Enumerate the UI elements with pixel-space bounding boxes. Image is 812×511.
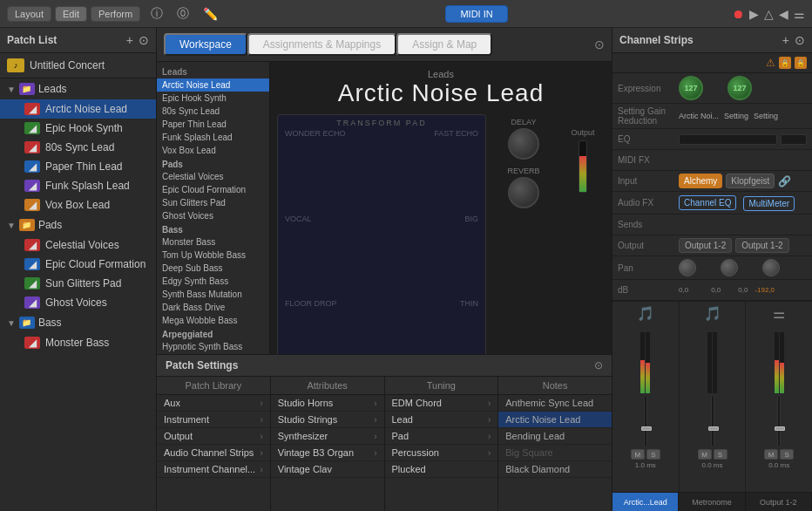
play-button[interactable]: ▶ (749, 7, 759, 21)
ps-item-output[interactable]: Output › (157, 428, 270, 445)
patch-item-monster-bass[interactable]: ◢ Monster Bass (0, 333, 156, 352)
cs-menu-button[interactable]: ⊙ (795, 33, 805, 47)
workspace-tabs-arrow[interactable]: ⊙ (594, 37, 605, 51)
cs-add-button[interactable]: + (782, 33, 789, 47)
patch-item-sun-glitters-pad[interactable]: ◢ Sun Glitters Pad (0, 274, 156, 293)
cs-pan-knob-2[interactable] (721, 259, 738, 276)
fader-2-m-button[interactable]: M (698, 449, 712, 460)
inner-item-synth-bass-mut[interactable]: Synth Bass Mutation (157, 288, 269, 301)
ps-item-studio-strings[interactable]: Studio Strings › (271, 412, 384, 428)
patch-item-arctic-noise-lead[interactable]: ◢ Arctic Noise Lead (0, 99, 156, 119)
inner-item-80s[interactable]: 80s Sync Lead (157, 105, 269, 118)
edit-menu[interactable]: Edit (55, 6, 87, 22)
inner-item-monster[interactable]: Monster Bass (157, 235, 269, 249)
bl-item-arctic[interactable]: Arctic...Lead (612, 493, 679, 511)
cs-knob-1[interactable]: 127 (679, 76, 703, 100)
bl-item-output[interactable]: Output 1-2 (746, 493, 812, 511)
transform-pad[interactable]: TRANSFORM PAD WONDER ECHO FAST ECHO VOCA… (277, 114, 486, 354)
fader-1[interactable] (644, 395, 647, 447)
inner-item-tom-up[interactable]: Tom Up Wobble Bass (157, 249, 269, 262)
patch-item-80s-sync-lead[interactable]: ◢ 80s Sync Lead (0, 138, 156, 157)
ps-item-percussion[interactable]: Percussion › (385, 445, 498, 461)
cs-knob-2[interactable]: 127 (727, 76, 752, 100)
inner-item-arctic[interactable]: Arctic Noise Lead (157, 78, 269, 92)
inner-item-funk[interactable]: Funk Splash Lead (157, 131, 269, 144)
inner-item-vox[interactable]: Vox Box Lead (157, 144, 269, 157)
tab-assignments[interactable]: Assignments & Mappings (247, 33, 396, 56)
ps-item-black-diamond[interactable]: Black Diamond (498, 461, 612, 478)
cs-pan-knob-3[interactable] (762, 259, 780, 276)
info-icon[interactable]: ⓘ (147, 4, 166, 24)
ps-item-vintage-clav[interactable]: Vintage Clav (271, 461, 384, 478)
ps-item-big-square[interactable]: Big Square (498, 445, 612, 461)
ps-item-instrument[interactable]: Instrument › (157, 412, 270, 428)
ps-item-lead[interactable]: Lead › (385, 412, 498, 428)
patch-settings-menu[interactable]: ⊙ (594, 359, 603, 371)
inner-item-mega[interactable]: Mega Wobble Bass (157, 314, 269, 327)
cs-output-btn-1[interactable]: Output 1-2 (679, 238, 732, 253)
patch-item-vox-box-lead[interactable]: ◢ Vox Box Lead (0, 195, 156, 215)
tab-workspace[interactable]: Workspace (164, 33, 247, 56)
inner-item-ghost[interactable]: Ghost Voices (157, 209, 269, 222)
cs-pan-knob-1[interactable] (679, 259, 696, 276)
patch-item-ghost-voices[interactable]: ◢ Ghost Voices (0, 293, 156, 312)
ps-item-edm-chord[interactable]: EDM Chord › (385, 395, 498, 412)
patch-item-celestial-voices[interactable]: ◢ Celestial Voices (0, 235, 156, 255)
sidebar-group-pads[interactable]: ▼ 📁 Pads (0, 215, 156, 235)
ps-item-studio-horns[interactable]: Studio Horns › (271, 395, 384, 412)
fader-3-s-button[interactable]: S (780, 449, 794, 460)
sidebar-group-leads[interactable]: ▼ 📁 Leads (0, 78, 156, 99)
ps-item-plucked[interactable]: Plucked (385, 461, 498, 478)
midi-in-button[interactable]: MIDI IN (445, 5, 507, 23)
ps-item-vintage-b3[interactable]: Vintage B3 Organ › (271, 445, 384, 461)
cs-plugin-channel-eq[interactable]: Channel EQ (679, 195, 736, 210)
inner-item-groove[interactable]: Groove Pulse (157, 353, 269, 354)
ps-item-bending-lead[interactable]: Bending Lead (498, 428, 612, 445)
inner-item-sun[interactable]: Sun Glitters Pad (157, 196, 269, 209)
cs-plugin-alchemy[interactable]: Alchemy (679, 174, 722, 188)
metronome-icon[interactable]: △ (764, 7, 774, 21)
rewind-icon[interactable]: ◀ (779, 7, 788, 21)
cs-chain-icon[interactable]: 🔗 (778, 175, 791, 187)
ps-item-arctic-noise-lead[interactable]: Arctic Noise Lead (498, 412, 612, 428)
patch-item-paper-thin-lead[interactable]: ◢ Paper Thin Lead (0, 157, 156, 176)
inner-item-epic-cloud[interactable]: Epic Cloud Formation (157, 183, 269, 196)
tab-assign-map[interactable]: Assign & Map (396, 33, 492, 56)
sidebar-list[interactable]: ♪ Untitled Concert ▼ 📁 Leads ◢ Arctic No… (0, 53, 156, 511)
fader-2[interactable] (711, 395, 714, 447)
fader-3-m-button[interactable]: M (764, 449, 778, 460)
sidebar-group-bass[interactable]: ▼ 📁 Bass (0, 312, 156, 333)
add-patch-button[interactable]: + (126, 33, 133, 47)
inner-item-deep-sub[interactable]: Deep Sub Bass (157, 262, 269, 275)
inner-item-epic-hook[interactable]: Epic Hook Synth (157, 92, 269, 105)
patch-item-funk-splash-lead[interactable]: ◢ Funk Splash Lead (0, 176, 156, 195)
ps-item-anthemic-sync[interactable]: Anthemic Sync Lead (498, 395, 612, 412)
fader-3[interactable] (777, 395, 781, 447)
inner-item-paper[interactable]: Paper Thin Lead (157, 118, 269, 131)
layout-menu[interactable]: Layout (7, 6, 51, 22)
fader-2-s-button[interactable]: S (714, 449, 727, 460)
inner-item-celestial[interactable]: Celestial Voices (157, 170, 269, 183)
inner-item-hypnotic[interactable]: Hypnotic Synth Bass (157, 340, 269, 353)
patch-item-epic-cloud-formation[interactable]: ◢ Epic Cloud Formation (0, 255, 156, 274)
inner-item-dark-bass[interactable]: Dark Bass Drive (157, 301, 269, 314)
fader-1-m-button[interactable]: M (631, 449, 645, 460)
delay-knob[interactable] (508, 128, 539, 160)
cs-plugin-klopfgeist[interactable]: Klopfgeist (726, 174, 775, 188)
reverb-knob[interactable] (508, 177, 539, 208)
ps-item-aux[interactable]: Aux › (157, 395, 270, 412)
ps-item-audio-channel-strips[interactable]: Audio Channel Strips › (157, 445, 270, 461)
sidebar-menu-button[interactable]: ⊙ (139, 33, 149, 47)
inner-item-edgy[interactable]: Edgy Synth Bass (157, 275, 269, 288)
ps-item-instrument-channel[interactable]: Instrument Channel... › (157, 461, 270, 478)
bl-item-metronome[interactable]: Metronome (679, 493, 745, 511)
perform-menu[interactable]: Perform (91, 6, 140, 22)
cs-plugin-multimeter[interactable]: MultiMeter (743, 196, 795, 211)
help-icon[interactable]: ⓪ (173, 4, 193, 24)
record-button[interactable]: ⏺ (732, 7, 744, 21)
fader-1-s-button[interactable]: S (646, 449, 660, 460)
cs-output-btn-2[interactable]: Output 1-2 (735, 238, 788, 253)
ps-item-pad[interactable]: Pad › (385, 428, 498, 445)
patch-item-epic-hook-synth[interactable]: ◢ Epic Hook Synth (0, 119, 156, 138)
mixer-icon[interactable]: ⚌ (794, 7, 805, 21)
